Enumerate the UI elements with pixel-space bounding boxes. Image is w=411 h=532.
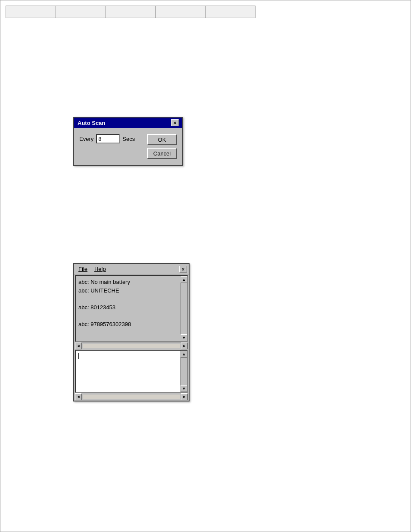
scanner-output-vscroll: ▲ ▼ [180,276,187,341]
output-line-4: abc: 80123453 [78,303,177,312]
output-line-3 [78,295,177,303]
menu-help[interactable]: Help [92,265,109,273]
every-input[interactable] [96,134,120,143]
table-cell-5 [206,6,255,18]
scanner-output-hscroll: ◄ ► [75,342,188,349]
scanner-menubar: File Help × [74,264,189,274]
scanner-input-vscroll: ▲ ▼ [180,351,187,392]
table-cell-3 [106,6,156,18]
input-hscroll-left-arrow[interactable]: ◄ [75,393,82,400]
ok-button[interactable]: OK [147,134,177,145]
secs-label: Secs [122,136,135,142]
scroll-up-arrow[interactable]: ▲ [181,276,187,283]
scanner-input-hscroll: ◄ ► [75,393,188,400]
autoscan-close-button[interactable]: × [171,119,179,126]
scanner-menu-items: File Help [76,265,109,273]
table-cell-4 [156,6,206,18]
autoscan-body: Every Secs OK Cancel [74,128,182,165]
scanner-window: File Help × abc: No main battery abc: UN… [73,263,190,401]
autoscan-titlebar: Auto Scan × [74,118,182,128]
autoscan-buttons: OK Cancel [147,134,177,159]
output-line-2: abc: UNITECHE [78,286,177,295]
table-cell-2 [56,6,106,18]
output-line-6: abc: 9789576302398 [78,320,177,329]
scanner-close-button[interactable]: × [179,266,187,273]
input-hscroll-right-arrow[interactable]: ► [181,393,188,400]
cancel-button[interactable]: Cancel [147,148,177,159]
hscroll-left-arrow[interactable]: ◄ [75,342,82,349]
scanner-output-content: abc: No main battery abc: UNITECHE abc: … [76,276,180,341]
hscroll-track [83,344,180,348]
scanner-input-content [76,351,180,392]
autoscan-dialog: Auto Scan × Every Secs OK Cancel [73,117,183,166]
input-hscroll-track [83,395,180,399]
output-line-1: abc: No main battery [78,278,177,286]
hscroll-right-arrow[interactable]: ► [181,342,188,349]
text-cursor [78,353,79,359]
scanner-output-pane: abc: No main battery abc: UNITECHE abc: … [75,275,188,342]
top-table [6,6,255,18]
scanner-input-pane: ▲ ▼ [75,350,188,393]
autoscan-row: Every Secs [79,134,143,143]
table-cell-1 [6,6,56,18]
input-scroll-up-arrow[interactable]: ▲ [181,351,187,358]
scroll-down-arrow[interactable]: ▼ [181,334,187,341]
input-scroll-down-arrow[interactable]: ▼ [181,385,187,392]
autoscan-title: Auto Scan [78,120,105,126]
every-label: Every [79,136,93,142]
page-container: Auto Scan × Every Secs OK Cancel File He… [0,0,411,532]
menu-file[interactable]: File [76,265,90,273]
output-line-5 [78,311,177,320]
